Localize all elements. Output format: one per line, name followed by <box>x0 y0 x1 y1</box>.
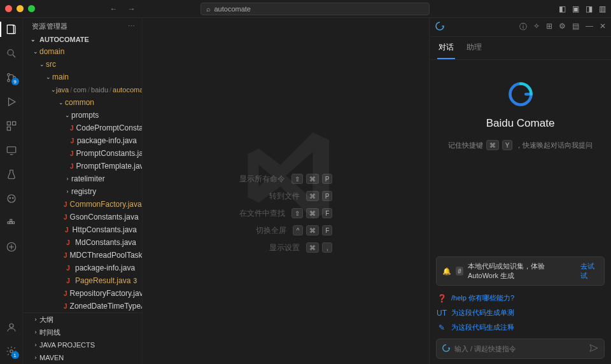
minimize-window-icon[interactable] <box>17 5 24 12</box>
source-control-icon[interactable]: 9 <box>5 71 18 84</box>
svg-rect-5 <box>12 122 15 125</box>
svg-rect-13 <box>10 220 11 221</box>
run-debug-icon[interactable] <box>5 95 18 108</box>
tab-chat[interactable]: 对话 <box>437 37 455 59</box>
file-item[interactable]: Jpackage-info.java <box>23 262 142 274</box>
folder-common[interactable]: ⌄common <box>23 96 142 109</box>
file-tree: ⌄domain ⌄src ⌄main ⌄java/com/baidu/autoc… <box>23 45 142 312</box>
folder-prompts[interactable]: ⌄prompts <box>23 109 142 122</box>
file-item[interactable]: Jpackage-info.java <box>23 134 142 147</box>
svg-rect-6 <box>7 127 10 130</box>
file-item[interactable]: JRepositoryFactory.java <box>23 287 142 300</box>
shortcut-row: 显示设置⌘, <box>239 242 333 253</box>
scm-badge: 9 <box>11 78 19 85</box>
search-text: autocomate <box>214 5 251 13</box>
file-item[interactable]: JCommonFactory.java2 <box>23 198 142 211</box>
sidebar-header: 资源管理器 ⋯ <box>23 18 142 34</box>
sidebar-more-icon[interactable]: ⋯ <box>128 22 136 31</box>
close-window-icon[interactable] <box>5 5 12 12</box>
folder-domain[interactable]: ⌄domain <box>23 45 142 58</box>
quick-icon: UT <box>437 309 446 318</box>
vscode-watermark-icon <box>232 122 340 230</box>
shortcut-hint: 记住快捷键 ⌘ Y ，快速唤起对话向我提问 <box>448 140 593 150</box>
file-item[interactable]: JZonedDateTimeTypeAdapter.java <box>23 300 142 312</box>
input-logo-icon <box>442 344 451 354</box>
panel-tabs: 对话 助理 <box>430 37 611 60</box>
folder-main[interactable]: ⌄main <box>23 71 142 83</box>
maximize-window-icon[interactable] <box>28 5 35 12</box>
hint-key-cmd: ⌘ <box>486 140 499 150</box>
panel-close-icon[interactable]: ✕ <box>600 22 606 32</box>
chat-input-box[interactable] <box>436 339 605 359</box>
search-activity-icon[interactable] <box>5 47 18 60</box>
outline-section[interactable]: ›MAVEN <box>23 351 142 364</box>
banner-text: 本地代码或知识集，体验 AutoWork 生成 <box>468 262 576 281</box>
nav-forward-icon[interactable]: → <box>128 4 136 13</box>
outline-section[interactable]: ›大纲 <box>23 313 142 326</box>
svg-point-9 <box>10 198 11 199</box>
layout-secondary-icon[interactable]: ◨ <box>586 4 593 13</box>
settings-icon[interactable]: 1 <box>5 345 18 358</box>
live-share-icon[interactable] <box>5 241 18 253</box>
quick-action[interactable]: ✎为这段代码生成注释 <box>437 323 603 332</box>
folder-ratelimiter[interactable]: ›ratelimiter <box>23 172 142 185</box>
extensions-icon[interactable] <box>5 120 18 132</box>
comate-big-logo-icon <box>507 80 535 108</box>
svg-point-16 <box>10 324 13 328</box>
panel-settings-icon[interactable]: ⚙ <box>559 22 566 32</box>
key: , <box>322 242 332 253</box>
file-item[interactable]: JPromptConstants.java <box>23 147 142 160</box>
title-actions: ◧ ▣ ◨ ▥ <box>559 4 606 13</box>
explorer-icon[interactable] <box>5 23 18 36</box>
file-item[interactable]: JGsonConstants.java <box>23 211 142 223</box>
quick-actions-list: ❓/help 你有哪些能力?UT为这段代码生成单测✎为这段代码生成注释 <box>436 292 605 339</box>
nav-back-icon[interactable]: ← <box>110 4 118 13</box>
copilot-icon[interactable] <box>5 192 18 205</box>
project-name: AUTOCOMATE <box>39 36 89 43</box>
chat-input[interactable] <box>454 345 585 353</box>
docker-icon[interactable] <box>5 216 18 229</box>
file-item[interactable]: JPageResult.java3 <box>23 274 142 287</box>
banner-try-link[interactable]: 去试试 <box>580 262 598 281</box>
svg-point-10 <box>12 198 13 199</box>
svg-rect-11 <box>8 222 10 224</box>
file-item[interactable]: JCodePromptConstants.java <box>23 122 142 134</box>
layout-panel-icon[interactable]: ▣ <box>572 4 579 13</box>
window-controls <box>5 5 35 12</box>
folder-registry[interactable]: ›registry <box>23 185 142 198</box>
activity-bar: 9 1 <box>0 18 23 364</box>
quick-action[interactable]: UT为这段代码生成单测 <box>437 308 603 318</box>
panel-minimize-icon[interactable]: — <box>586 22 593 32</box>
nav-arrows: ← → <box>110 4 136 13</box>
outline-section[interactable]: ›JAVA PROJECTS <box>23 339 142 351</box>
accounts-icon[interactable] <box>5 321 18 333</box>
file-item[interactable]: JMDCThreadPoolTaskExecutor.java <box>23 249 142 262</box>
comate-panel: ⓘ ✧ ⊞ ⚙ ▤ — ✕ 对话 助理 Baidu Comate 记住快捷键 ⌘… <box>429 18 611 364</box>
panel-info-icon[interactable]: ⓘ <box>519 22 527 32</box>
svg-rect-7 <box>7 147 16 153</box>
explorer-sidebar: 资源管理器 ⋯ ⌄AUTOCOMATE ⌄domain ⌄src ⌄main ⌄… <box>23 18 143 364</box>
panel-history-icon[interactable]: ⊞ <box>546 22 552 32</box>
send-icon[interactable] <box>589 343 599 355</box>
svg-point-2 <box>7 80 10 82</box>
customize-layout-icon[interactable]: ▥ <box>599 4 606 13</box>
panel-toolbar: ⓘ ✧ ⊞ ⚙ ▤ — ✕ <box>430 18 611 37</box>
hash-icon: # <box>456 267 463 276</box>
tab-assistant[interactable]: 助理 <box>465 37 483 59</box>
testing-icon[interactable] <box>5 168 18 181</box>
quick-action[interactable]: ❓/help 你有哪些能力? <box>437 293 603 303</box>
autowork-banner[interactable]: 🔔 # 本地代码或知识集，体验 AutoWork 生成 去试试 <box>436 256 605 286</box>
outline-section[interactable]: ›时间线 <box>23 326 142 339</box>
command-center[interactable]: ⌕ autocomate <box>200 3 430 15</box>
layout-primary-icon[interactable]: ◧ <box>559 4 566 13</box>
panel-feedback-icon[interactable]: ✧ <box>533 22 540 32</box>
folder-src[interactable]: ⌄src <box>23 58 142 71</box>
panel-new-icon[interactable]: ▤ <box>572 22 579 32</box>
project-header[interactable]: ⌄AUTOCOMATE <box>23 34 142 45</box>
file-item[interactable]: JPromptTemplate.java <box>23 160 142 172</box>
remote-icon[interactable] <box>5 144 18 157</box>
file-item[interactable]: JMdConstants.java <box>23 236 142 249</box>
editor-area: 显示所有命令⇧⌘P转到文件⌘P在文件中查找⇧⌘F切换全屏^⌘F显示设置⌘, <box>143 18 429 364</box>
folder-java-path[interactable]: ⌄java/com/baidu/autocomate/d... <box>23 83 142 96</box>
file-item[interactable]: JHttpConstants.java <box>23 223 142 236</box>
